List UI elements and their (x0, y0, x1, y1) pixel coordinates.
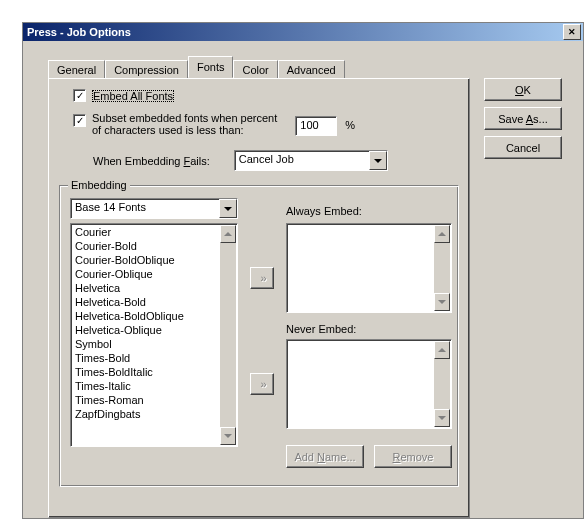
button-add-name[interactable]: Add Name... (286, 445, 364, 468)
tab-color[interactable]: Color (233, 60, 277, 79)
tab-strip: General Compression Fonts Color Advanced (48, 58, 345, 78)
button-move-to-never[interactable]: » (250, 373, 274, 395)
chevron-down-icon (224, 207, 232, 211)
scroll-track[interactable] (220, 243, 236, 427)
chevron-up-icon (224, 232, 232, 236)
close-icon: ✕ (568, 27, 576, 37)
row-subset: ✓ Subset embedded fonts when percent of … (73, 112, 459, 136)
label-embed-all[interactable]: Embed All Fonts (92, 90, 174, 102)
dropdown-font-source[interactable]: Base 14 Fonts (70, 198, 238, 219)
scroll-down-button[interactable] (434, 409, 450, 427)
dropdown-button[interactable] (219, 199, 237, 218)
listbox-always-embed[interactable] (286, 223, 452, 313)
list-item[interactable]: Symbol (73, 337, 219, 351)
button-save-as[interactable]: Save As... (484, 107, 562, 130)
list-item[interactable]: Times-BoldItalic (73, 365, 219, 379)
row-embed-all: ✓ Embed All Fonts (73, 89, 459, 102)
list-item[interactable]: ZapfDingbats (73, 407, 219, 421)
titlebar: Press - Job Options ✕ (23, 23, 583, 41)
list-item[interactable]: Helvetica (73, 281, 219, 295)
groupbox-legend: Embedding (68, 179, 130, 191)
checkbox-embed-all[interactable]: ✓ (73, 89, 86, 102)
button-move-to-always[interactable]: » (250, 267, 274, 289)
list-item[interactable]: Times-Bold (73, 351, 219, 365)
right-button-panel: OK Save As... Cancel (484, 78, 574, 159)
dropdown-embedding-fails[interactable]: Cancel Job (234, 150, 388, 171)
checkbox-subset[interactable]: ✓ (73, 114, 86, 127)
listbox-content (289, 341, 433, 427)
listbox-content: CourierCourier-BoldCourier-BoldObliqueCo… (73, 225, 219, 445)
window-title: Press - Job Options (27, 26, 131, 38)
list-item[interactable]: Helvetica-Oblique (73, 323, 219, 337)
list-item[interactable]: Helvetica-Bold (73, 295, 219, 309)
scroll-track[interactable] (434, 243, 450, 293)
tab-fonts[interactable]: Fonts (188, 56, 234, 78)
scroll-up-button[interactable] (434, 225, 450, 243)
scroll-up-button[interactable] (434, 341, 450, 359)
client-area: General Compression Fonts Color Advanced… (26, 44, 580, 515)
tab-panel-fonts: ✓ Embed All Fonts ✓ Subset embedded font… (48, 78, 470, 518)
tab-general[interactable]: General (48, 60, 105, 79)
move-right-icon: » (260, 272, 263, 284)
groupbox-embedding: Embedding Base 14 Fonts CourierCourier-B… (59, 185, 459, 487)
list-item[interactable]: Courier-BoldOblique (73, 253, 219, 267)
chevron-down-icon (438, 300, 446, 304)
dropdown-embedding-fails-value: Cancel Job (235, 151, 369, 170)
listbox-never-embed[interactable] (286, 339, 452, 429)
desktop: Press - Job Options ✕ General Compressio… (0, 0, 586, 521)
close-button[interactable]: ✕ (563, 24, 581, 40)
scrollbar[interactable] (434, 225, 450, 311)
chevron-up-icon (438, 232, 446, 236)
label-percent-sign: % (345, 119, 355, 131)
tab-compression[interactable]: Compression (105, 60, 188, 79)
chevron-down-icon (224, 434, 232, 438)
button-remove[interactable]: Remove (374, 445, 452, 468)
scrollbar[interactable] (434, 341, 450, 427)
scroll-down-button[interactable] (220, 427, 236, 445)
list-item[interactable]: Times-Roman (73, 393, 219, 407)
scroll-up-button[interactable] (220, 225, 236, 243)
list-item[interactable]: Courier (73, 225, 219, 239)
label-embedding-fails: When Embedding Fails: (93, 155, 210, 167)
list-item[interactable]: Helvetica-BoldOblique (73, 309, 219, 323)
input-subset-percent[interactable]: 100 (295, 116, 337, 136)
label-always-embed: Always Embed: (286, 205, 362, 217)
dropdown-button[interactable] (369, 151, 387, 170)
list-item[interactable]: Times-Italic (73, 379, 219, 393)
embedding-columns: CourierCourier-BoldCourier-BoldObliqueCo… (70, 223, 448, 479)
label-subset: Subset embedded fonts when percent of ch… (92, 112, 277, 136)
dialog-window: Press - Job Options ✕ General Compressio… (22, 22, 584, 519)
list-item[interactable]: Courier-Oblique (73, 267, 219, 281)
list-item[interactable]: Courier-Bold (73, 239, 219, 253)
listbox-content (289, 225, 433, 311)
listbox-available-fonts[interactable]: CourierCourier-BoldCourier-BoldObliqueCo… (70, 223, 238, 447)
move-right-icon: » (260, 378, 263, 390)
tab-advanced[interactable]: Advanced (278, 60, 345, 79)
scroll-track[interactable] (434, 359, 450, 409)
dropdown-font-source-value: Base 14 Fonts (71, 199, 219, 218)
titlebar-buttons: ✕ (563, 24, 581, 40)
row-embedding-fails: When Embedding Fails: Cancel Job (93, 150, 459, 171)
label-never-embed: Never Embed: (286, 323, 356, 335)
scrollbar[interactable] (220, 225, 236, 445)
chevron-up-icon (438, 348, 446, 352)
scroll-down-button[interactable] (434, 293, 450, 311)
chevron-down-icon (374, 159, 382, 163)
button-ok[interactable]: OK (484, 78, 562, 101)
button-cancel[interactable]: Cancel (484, 136, 562, 159)
chevron-down-icon (438, 416, 446, 420)
